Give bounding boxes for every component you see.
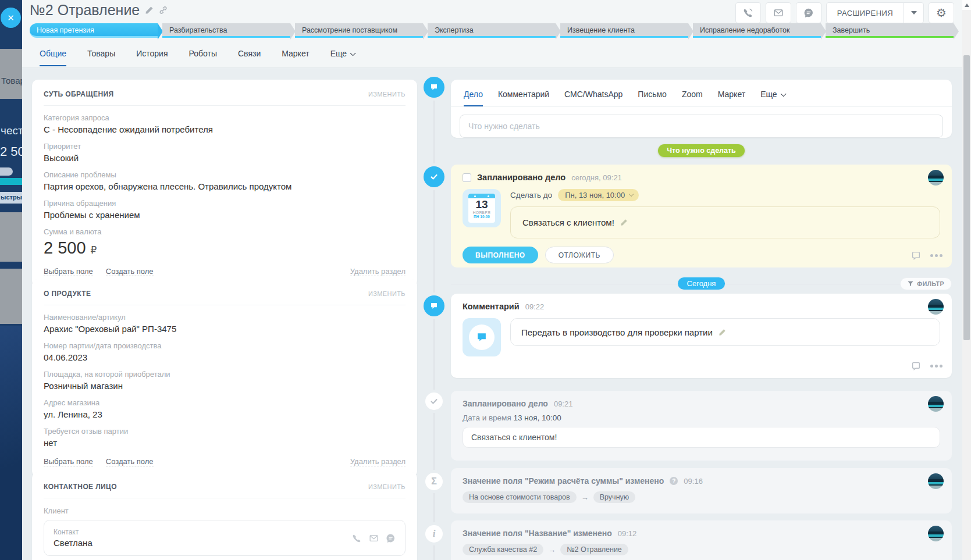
extensions-dropdown-button[interactable] [904,3,923,23]
tab-history[interactable]: История [136,49,168,66]
stage-expertise[interactable]: Экспертиза [428,23,556,38]
timeline-composer-card: Дело Комментарий СМС/WhatsApp Письмо Zoo… [451,80,952,138]
stage-finish[interactable]: Завершить [826,23,954,38]
comment-text-box[interactable]: Передать в производство для проверки пар… [510,318,940,346]
edit-section-link[interactable]: изменить [368,290,406,297]
todo-hint-pill[interactable]: Что нужно сделать [658,144,745,157]
calendar-widget: 13 НОЯБРЯ ПН 10:00 [463,189,501,227]
chevron-down-icon [780,91,786,97]
todo-input[interactable] [460,115,943,138]
more-actions-icon[interactable] [930,365,942,368]
avatar[interactable] [928,473,944,489]
tab-products[interactable]: Товары [87,49,115,66]
chat-button[interactable] [796,2,821,23]
field-purchase-place: Площадка, на которой приобретали Розничн… [44,370,406,391]
field-label: Причина обращения [44,199,406,208]
chat-bubble-icon [476,331,488,343]
stage-fixes[interactable]: Исправление недоработок [693,23,821,38]
extensions-button[interactable]: РАСШИРЕНИЯ [827,3,904,23]
history-date-value: 13 ноя, 10:00 [513,413,561,422]
field-value: С - Несовпадение ожиданий потребителя [44,124,406,134]
sum-value: 2 500 ₽ [44,238,406,258]
select-field-link[interactable]: Выбрать поле [44,267,93,276]
tab-market[interactable]: Маркет [282,49,309,66]
scroll-up-button[interactable] [962,0,971,10]
deadline-picker[interactable]: Пн, 13 ноя, 10:00 [558,189,639,201]
stage-client-notice[interactable]: Извещение клиента [560,23,688,38]
section-claim-essence: СУТЬ ОБРАЩЕНИЯ изменить Категория запрос… [32,80,417,287]
vertical-scrollbar[interactable] [962,0,971,560]
close-slider-button[interactable]: ✕ [1,8,21,28]
tab-more[interactable]: Еще [330,49,354,66]
avatar[interactable] [928,299,944,315]
tab-robots[interactable]: Роботы [189,49,217,66]
change-values-row: На основе стоимости товаров → Вручную [463,491,940,503]
activity-checkbox[interactable] [463,173,471,182]
more-actions-icon[interactable] [930,254,942,257]
ttab-more[interactable]: Еще [760,90,784,106]
avatar[interactable] [928,526,944,541]
settings-button[interactable]: ⚙ [929,2,954,23]
background-page-strip: Товары чест 2 500 ыстрый ✕ [0,0,22,560]
phone-icon[interactable] [352,533,362,543]
ttab-letter[interactable]: Письмо [638,90,667,106]
today-pill[interactable]: Сегодня [678,277,725,290]
delete-section-link[interactable]: Удалить раздел [350,457,406,466]
section-contact-person: КОНТАКТНОЕ ЛИЦО изменить Клиент Контакт … [32,472,417,560]
stage-supplier-review[interactable]: Рассмотрение поставщиком [295,23,423,38]
field-value: Проблемы с хранением [44,210,406,220]
field-value: Партия орехов, обнаружена плесень. Отрав… [44,181,406,191]
avatar[interactable] [928,396,944,412]
messenger-icon [803,8,814,18]
contact-type-label: Контакт [54,528,93,536]
edit-title-icon[interactable] [145,6,154,15]
section-header: СУТЬ ОБРАЩЕНИЯ изменить [44,90,406,106]
history-time: 09:21 [554,400,573,408]
ttab-sms-whatsapp[interactable]: СМС/WhatsApp [564,90,623,106]
note-icon[interactable] [911,251,921,261]
stage-investigation[interactable]: Разбирательства [162,23,290,38]
filter-button[interactable]: ФИЛЬТР [900,277,952,290]
ttab-market[interactable]: Маркет [718,90,745,106]
postpone-button[interactable]: ОТЛОЖИТЬ [545,247,614,263]
help-icon[interactable]: ? [670,477,678,485]
field-value: нет [44,438,406,448]
contact-card[interactable]: Контакт Светлана [44,520,406,556]
call-button[interactable] [735,2,761,23]
done-button[interactable]: ВЫПОЛНЕНО [463,247,538,263]
field-sum-currency: Сумма и валюта 2 500 ₽ [44,227,406,258]
avatar[interactable] [928,170,944,186]
crm-claim-window: Товары чест 2 500 ыстрый ✕ №2 Отравление [0,0,971,560]
scrollbar-thumb[interactable] [963,55,970,340]
edit-pencil-icon[interactable] [719,329,726,336]
stage-new-claim[interactable]: Новая претензия [30,23,158,38]
activity-text-box[interactable]: Связаться с клиентом! [510,206,940,238]
info-icon: i [433,528,436,540]
ttab-activity[interactable]: Дело [464,90,483,106]
ttab-comment[interactable]: Комментарий [498,90,549,106]
edit-section-link[interactable]: изменить [368,483,406,490]
edit-section-link[interactable]: изменить [368,91,406,98]
mail-icon[interactable] [369,533,379,543]
create-field-link[interactable]: Создать поле [106,457,154,466]
tab-links[interactable]: Связи [238,49,261,66]
check-icon [429,172,439,181]
tab-general[interactable]: Общие [40,49,66,66]
edit-pencil-icon[interactable] [620,219,628,226]
messenger-icon[interactable] [386,533,396,543]
email-button[interactable] [766,2,791,23]
create-field-link[interactable]: Создать поле [106,267,154,276]
field-label: Требуется отзыв партии [44,427,406,436]
background-text-fragment: чест [1,124,22,137]
delete-section-link[interactable]: Удалить раздел [350,267,406,276]
field-value: Арахис "Ореховый рай" РП-3475 [44,324,406,334]
select-field-link[interactable]: Выбрать поле [44,457,93,466]
activity-text: Связаться с клиентом! [522,217,614,227]
timeline-tabs: Дело Комментарий СМС/WhatsApp Письмо Zoo… [451,80,952,107]
speech-bubble-icon [429,83,439,92]
contact-name: Светлана [54,538,93,548]
copy-link-icon[interactable] [159,6,168,15]
note-icon[interactable] [911,361,921,371]
extensions-split-button: РАСШИРЕНИЯ [826,2,924,23]
ttab-zoom[interactable]: Zoom [682,90,703,106]
